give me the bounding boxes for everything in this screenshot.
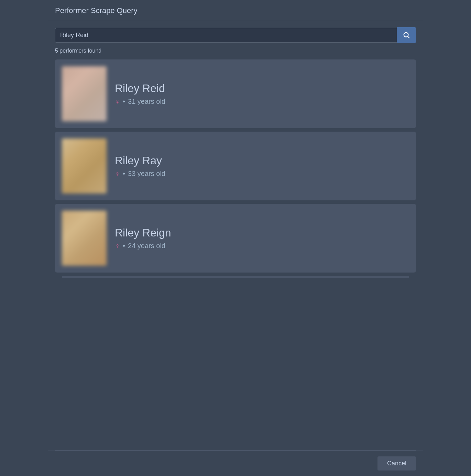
performer-scrape-dialog: Performer Scrape Query 5 performers foun… (48, 0, 423, 476)
performer-info: Riley Reid ♀ • 31 years old (115, 82, 165, 106)
performer-image (62, 139, 107, 193)
results-count: 5 performers found (55, 48, 416, 54)
performer-image (62, 211, 107, 266)
svg-line-1 (408, 36, 409, 38)
performer-card[interactable]: Riley Reign ♀ • 24 years old (55, 204, 416, 273)
performer-age: 33 years old (128, 170, 165, 178)
performer-age: 31 years old (128, 98, 165, 106)
dialog-title: Performer Scrape Query (55, 6, 416, 15)
performer-bullet: • (123, 242, 125, 250)
dialog-footer: Cancel (48, 451, 423, 476)
loading-bar (62, 276, 409, 278)
dialog-body: 5 performers found Riley Reid ♀ • 31 yea… (48, 20, 423, 450)
dialog-header: Performer Scrape Query (48, 0, 423, 20)
performer-info: Riley Reign ♀ • 24 years old (115, 226, 171, 250)
performer-meta: ♀ • 31 years old (115, 98, 165, 106)
performer-card[interactable]: Riley Ray ♀ • 33 years old (55, 132, 416, 200)
performer-list: Riley Reid ♀ • 31 years old Riley Ray ♀ … (55, 59, 416, 273)
gender-female-icon: ♀ (115, 98, 120, 106)
performer-card[interactable]: Riley Reid ♀ • 31 years old (55, 59, 416, 128)
loading-bar-row (55, 273, 416, 281)
performer-name: Riley Reign (115, 226, 171, 239)
performer-meta: ♀ • 33 years old (115, 170, 165, 178)
gender-female-icon: ♀ (115, 242, 120, 250)
search-icon (403, 31, 410, 39)
performer-bullet: • (123, 170, 125, 178)
gender-female-icon: ♀ (115, 170, 120, 178)
search-row (55, 27, 416, 43)
cancel-button[interactable]: Cancel (377, 456, 416, 471)
performer-age: 24 years old (128, 242, 165, 250)
performer-image (62, 66, 107, 121)
performer-meta: ♀ • 24 years old (115, 242, 171, 250)
performer-name: Riley Ray (115, 154, 165, 167)
search-button[interactable] (397, 27, 416, 43)
performer-bullet: • (123, 98, 125, 106)
performer-info: Riley Ray ♀ • 33 years old (115, 154, 165, 178)
performer-name: Riley Reid (115, 82, 165, 95)
search-input[interactable] (55, 28, 397, 43)
